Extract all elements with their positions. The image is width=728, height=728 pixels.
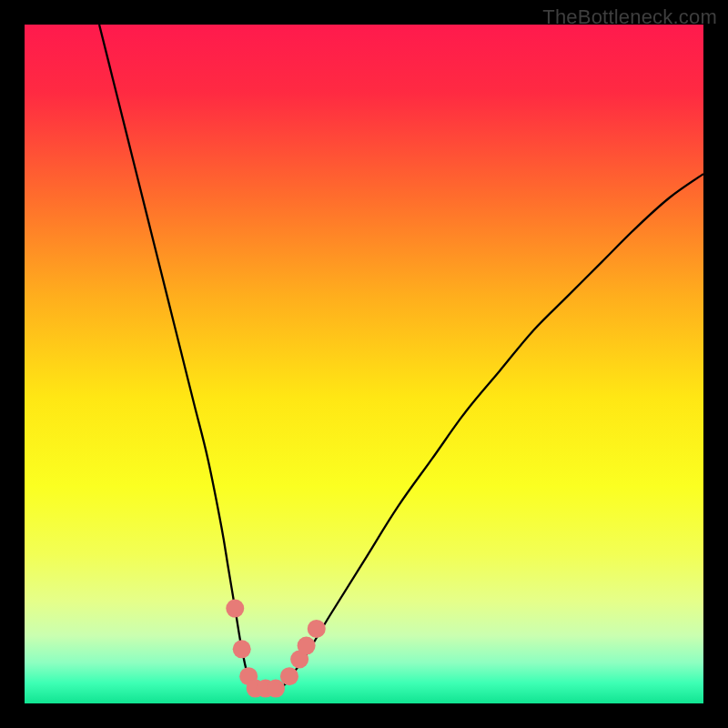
data-marker	[298, 637, 316, 655]
watermark-text: TheBottleneck.com	[542, 5, 717, 29]
gradient-background	[25, 25, 703, 703]
data-marker	[226, 600, 244, 618]
data-marker	[267, 680, 285, 698]
data-marker	[308, 620, 326, 638]
data-marker	[280, 667, 298, 685]
chart-svg	[25, 25, 703, 703]
chart-frame	[25, 25, 703, 703]
data-marker	[233, 640, 251, 658]
